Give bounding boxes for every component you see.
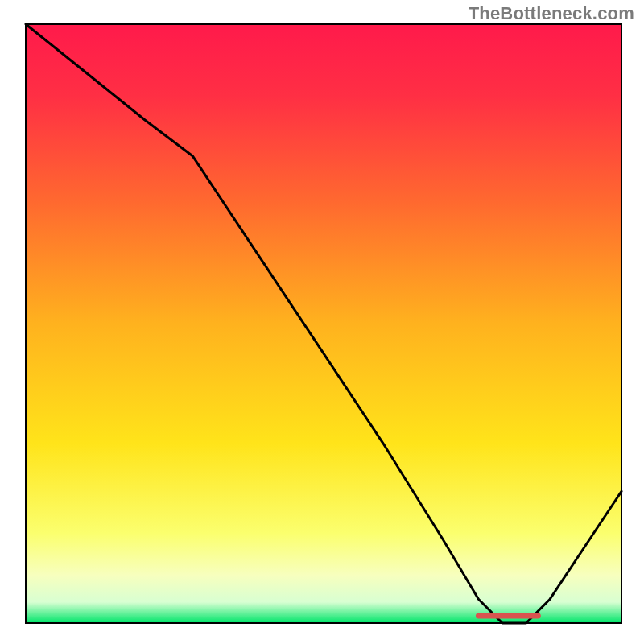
bottleneck-chart: TheBottleneck.com: [0, 0, 644, 644]
chart-canvas: [0, 0, 644, 644]
watermark-label: TheBottleneck.com: [469, 3, 634, 24]
chart-background-gradient: [26, 24, 621, 623]
